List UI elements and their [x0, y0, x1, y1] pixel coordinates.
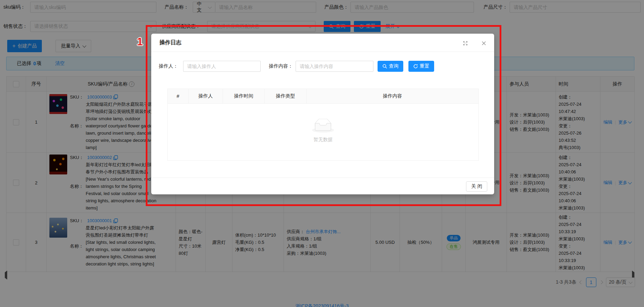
- empty-state: 暂无数据: [168, 119, 478, 143]
- modal-footer: 关 闭: [151, 178, 494, 194]
- modal-title: 操作日志: [159, 39, 181, 46]
- fullscreen-icon[interactable]: [463, 41, 468, 46]
- empty-text: 暂无数据: [168, 137, 478, 143]
- operator-label: 操作人：: [159, 63, 178, 69]
- empty-box-icon: [312, 119, 334, 133]
- modal-filter-row: 操作人： 操作内容： 查询 重置: [159, 61, 491, 72]
- op-content-label: 操作内容：: [269, 63, 293, 69]
- modal-header: 操作日志: [151, 34, 494, 52]
- log-table-header: # 操作人 操作时间 操作类型 操作内容: [168, 89, 478, 104]
- log-table: # 操作人 操作时间 操作类型 操作内容 暂无数据: [167, 89, 479, 161]
- operation-log-modal: 操作日志 操作人： 操作内容： 查询 重置 #: [151, 34, 494, 194]
- product-management-page: sku编码： 产品名称： 中文 产品颜色： 产品尺寸： 销售状态： 请选择销售状…: [0, 0, 644, 307]
- operator-input[interactable]: [183, 61, 261, 72]
- log-table-body: 暂无数据: [168, 104, 478, 161]
- close-icon[interactable]: [481, 41, 487, 46]
- modal-close-button[interactable]: 关 闭: [466, 181, 487, 192]
- modal-reset-button[interactable]: 重置: [408, 61, 434, 72]
- refresh-icon: [413, 64, 418, 69]
- modal-search-button[interactable]: 查询: [378, 61, 403, 72]
- search-icon: [382, 64, 387, 69]
- op-content-input[interactable]: [296, 61, 373, 72]
